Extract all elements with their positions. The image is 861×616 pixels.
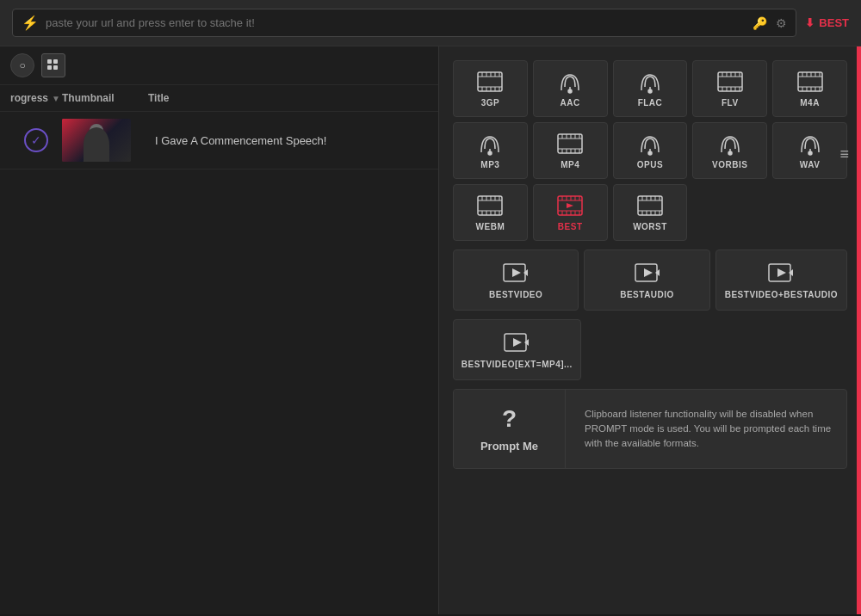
format-btn-flv[interactable]: FLV	[692, 60, 767, 117]
figure-body	[84, 127, 109, 162]
format-label-flac: FLAC	[638, 98, 663, 108]
format-btn-worst[interactable]: WORST	[613, 184, 688, 241]
format-btn-opus[interactable]: OPUS	[613, 122, 688, 179]
prompt-description: Clipboard listener functionality will be…	[571, 390, 846, 468]
format-label-best: BEST	[558, 222, 583, 231]
key-icon: 🔑	[753, 16, 767, 30]
svg-point-48	[488, 151, 492, 155]
svg-rect-49	[558, 134, 582, 153]
svg-rect-4	[478, 72, 502, 91]
format-label-mp3: MP3	[480, 160, 499, 169]
grid-button[interactable]	[41, 53, 65, 77]
format-label-vorbis: VORBIS	[712, 160, 747, 169]
format-label-wav: WAV	[800, 160, 821, 169]
col-title-header: Title	[148, 92, 428, 104]
url-bar-actions: 🔑 ⚙	[753, 16, 787, 30]
format-label-m4a: M4A	[800, 98, 820, 108]
main-area: ○ rogress ▼ Thumbnail Title ✓	[0, 46, 861, 614]
format-btn-flac[interactable]: FLAC	[613, 60, 688, 117]
format-label-worst: WORST	[633, 222, 667, 231]
format-label-bestvideo: BESTVIDEO	[489, 290, 542, 299]
svg-rect-1	[53, 59, 58, 64]
svg-point-63	[648, 151, 652, 155]
question-mark-icon: ?	[502, 405, 517, 433]
download-icon: ⬇	[805, 16, 815, 29]
toggle-button[interactable]: ○	[10, 53, 34, 77]
svg-rect-0	[47, 59, 52, 64]
format-label-aac: AAC	[561, 98, 580, 108]
hamburger-menu-icon[interactable]: ≡	[839, 145, 849, 163]
format-btn-3gp[interactable]: 3GP	[453, 60, 528, 117]
download-button[interactable]: ⬇ BEST	[805, 16, 849, 29]
svg-point-65	[728, 151, 732, 155]
format-btn-webm[interactable]: WEBM	[453, 184, 528, 241]
filter-icon[interactable]: ▼	[52, 94, 60, 103]
url-input[interactable]	[46, 16, 746, 29]
right-panel: 3GP AAC FLAC	[439, 46, 861, 614]
check-circle: ✓	[24, 128, 48, 152]
url-input-container[interactable]: ⚡ 🔑 ⚙	[12, 9, 796, 37]
format-btn-mp3[interactable]: MP3	[453, 122, 528, 179]
svg-marker-110	[512, 268, 521, 277]
progress-col-label: rogress	[10, 92, 48, 104]
format-btn-wav[interactable]: WAV	[772, 122, 847, 179]
svg-point-67	[808, 151, 812, 155]
format-label-bestvideo-bestaudio: BESTVIDEO+BESTAUDIO	[725, 290, 838, 299]
thumbnail-cell	[62, 119, 148, 162]
col-thumbnail-header: Thumbnail	[62, 92, 148, 104]
table-row: ✓ I Gave A Commencement Speech!	[0, 112, 438, 169]
format-btn-bestvideo-mp4[interactable]: BESTVIDEO[EXT=MP4]...	[453, 319, 581, 380]
format-label-bestaudio: BESTAUDIO	[620, 290, 674, 299]
svg-point-18	[568, 89, 572, 93]
lightning-icon: ⚡	[22, 15, 39, 31]
format-btn-best[interactable]: BEST	[533, 184, 608, 241]
format-label-opus: OPUS	[637, 160, 663, 169]
progress-cell: ✓	[10, 128, 62, 152]
format-label-mp4: MP4	[561, 160, 579, 169]
format-btn-bestvideo-bestaudio[interactable]: BESTVIDEO+BESTAUDIO	[715, 249, 847, 311]
thumbnail-image	[62, 119, 131, 162]
format-label-bestvideo-mp4: BESTVIDEO[EXT=MP4]...	[461, 360, 573, 369]
format-grid-1: 3GP AAC FLAC	[453, 60, 847, 241]
format-label-flv: FLV	[722, 98, 739, 108]
format-btn-bestaudio[interactable]: BESTAUDIO	[584, 249, 709, 311]
table-header: rogress ▼ Thumbnail Title	[0, 85, 438, 112]
toolbar-row: ○	[0, 46, 438, 85]
format-btn-m4a[interactable]: M4A	[772, 60, 847, 117]
right-edge-bar	[857, 46, 861, 614]
format-label-webm: WEBM	[476, 222, 505, 231]
svg-rect-68	[478, 196, 502, 215]
svg-rect-95	[638, 196, 662, 215]
svg-point-20	[648, 89, 652, 93]
col-progress-header: rogress ▼	[10, 92, 62, 104]
format-row-2: BESTVIDEO BESTAUDIO BESTVIDEO+BESTAUDIO	[453, 249, 847, 311]
svg-rect-34	[798, 72, 822, 91]
format-label-3gp: 3GP	[481, 98, 500, 108]
video-title: I Gave A Commencement Speech!	[148, 134, 428, 147]
svg-rect-21	[718, 72, 742, 91]
svg-marker-119	[513, 338, 522, 347]
svg-marker-113	[644, 268, 653, 277]
prompt-me-label: Prompt Me	[480, 440, 538, 453]
format-btn-bestvideo[interactable]: BESTVIDEO	[453, 249, 579, 311]
prompt-section: ? Prompt Me Clipboard listener functiona…	[453, 389, 847, 469]
prompt-description-text: Clipboard listener functionality will be…	[585, 407, 833, 452]
svg-marker-116	[777, 268, 786, 277]
download-label: BEST	[819, 16, 849, 29]
prompt-me-button[interactable]: ? Prompt Me	[454, 390, 566, 468]
format-row-3: BESTVIDEO[EXT=MP4]...	[453, 319, 847, 380]
svg-rect-3	[53, 65, 58, 70]
svg-marker-94	[567, 203, 573, 208]
svg-rect-2	[47, 65, 52, 70]
left-panel: ○ rogress ▼ Thumbnail Title ✓	[0, 46, 439, 614]
format-btn-aac[interactable]: AAC	[533, 60, 608, 117]
url-bar: ⚡ 🔑 ⚙ ⬇ BEST	[0, 0, 861, 46]
settings-icon: ⚙	[776, 16, 787, 30]
format-btn-mp4[interactable]: MP4	[533, 122, 608, 179]
format-btn-vorbis[interactable]: VORBIS	[692, 122, 767, 179]
